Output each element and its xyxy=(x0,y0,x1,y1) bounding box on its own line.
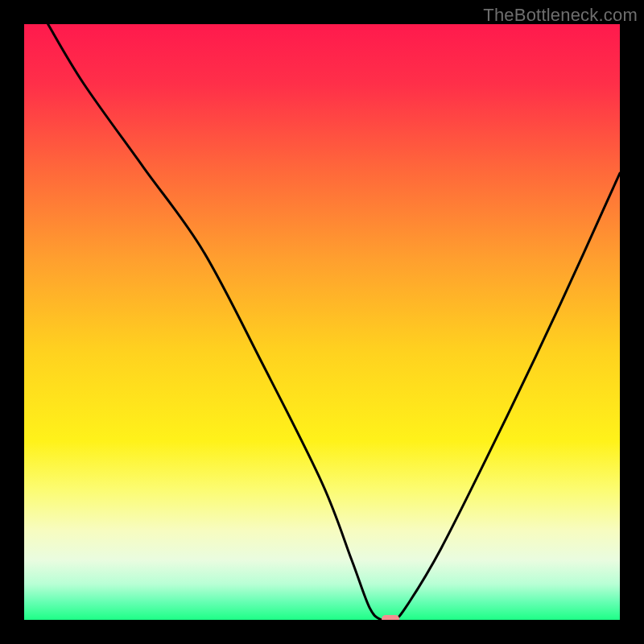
plot-area xyxy=(24,24,620,620)
optimum-marker xyxy=(382,615,399,620)
gradient-background xyxy=(24,24,620,620)
chart-svg xyxy=(24,24,620,620)
watermark-text: TheBottleneck.com xyxy=(483,5,638,26)
chart-frame: TheBottleneck.com xyxy=(0,0,644,644)
